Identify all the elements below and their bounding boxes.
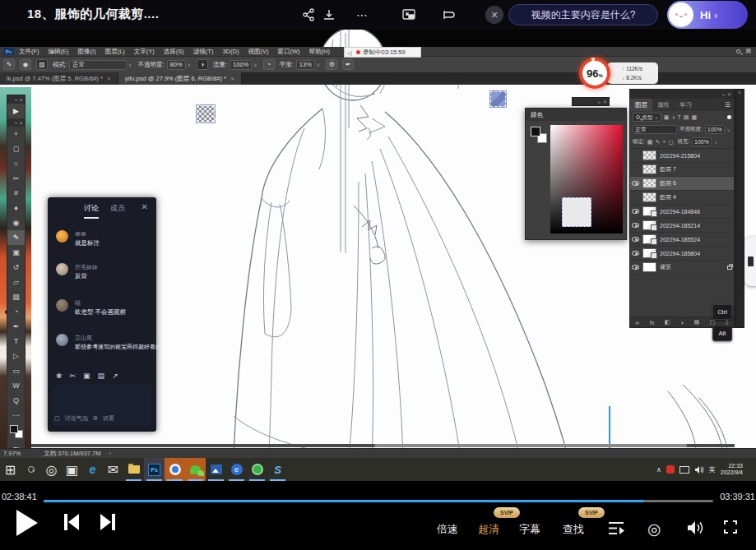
menu-type[interactable]: 文字(Y) xyxy=(134,48,155,56)
close-icon[interactable]: ✕ xyxy=(603,99,607,104)
side-panel-icon[interactable] xyxy=(438,6,458,24)
menu-image[interactable]: 图像(I) xyxy=(78,48,96,56)
opacity-value[interactable]: 80% xyxy=(167,60,186,70)
menu-filter[interactable]: 滤镜(T) xyxy=(193,48,214,56)
flow-value[interactable]: 100% xyxy=(230,60,252,70)
gradient-tool[interactable]: ▨ xyxy=(7,289,25,304)
crop-tool[interactable]: # xyxy=(7,186,25,201)
zoom-tool[interactable]: Q xyxy=(7,393,25,408)
tray-clock[interactable]: 22:33 2022/9/4 xyxy=(721,463,743,476)
quality-button[interactable]: 超清 xyxy=(478,522,499,537)
assistant-question-pill[interactable]: 视频的主要内容是什么? xyxy=(508,4,658,25)
previous-button[interactable] xyxy=(63,512,81,532)
close-icon[interactable]: ✕ xyxy=(19,97,23,103)
photoshop-taskbar-icon[interactable]: Ps xyxy=(144,458,165,481)
blend-mode-select[interactable]: 正常 xyxy=(69,60,127,70)
menu-window[interactable]: 窗口(W) xyxy=(277,48,299,56)
task-view-icon[interactable]: ▣ xyxy=(62,458,82,481)
speed-button[interactable]: 倍速 xyxy=(437,522,458,537)
edge-icon[interactable]: e xyxy=(82,458,103,481)
tab-layers[interactable]: 图层 xyxy=(630,99,652,111)
layer-opacity-value[interactable]: 100% xyxy=(705,125,725,134)
more-tools-icon[interactable]: ⋯ xyxy=(7,408,25,423)
visibility-eye-icon[interactable] xyxy=(632,223,639,228)
playlist-icon[interactable] xyxy=(608,521,624,538)
file-explorer-icon[interactable] xyxy=(123,458,144,481)
assistant-close-icon[interactable]: ✕ xyxy=(485,6,503,24)
quick-select-tool[interactable]: ✂ xyxy=(7,171,25,186)
pressure-opacity-icon[interactable]: ◑ xyxy=(197,59,208,70)
layer-filter-select[interactable]: 类型∨ xyxy=(633,113,661,122)
emoji-icon[interactable]: ❀ xyxy=(56,372,63,380)
visibility-eye-icon[interactable] xyxy=(632,237,639,242)
lock-all-icon[interactable]: ◻ xyxy=(668,139,673,146)
menu-select[interactable]: 选择(S) xyxy=(164,48,184,56)
layer-row-4[interactable]: 202294-184846 xyxy=(630,205,734,219)
record-icon[interactable]: ◎ xyxy=(647,520,661,538)
menu-file[interactable]: 文件(F) xyxy=(19,48,39,56)
mail-icon[interactable]: ✉ xyxy=(103,458,123,481)
tray-volume-icon[interactable] xyxy=(694,465,704,474)
s-app-icon[interactable]: S xyxy=(267,458,288,481)
clone-stamp-tool[interactable]: ▣ xyxy=(7,245,25,260)
gear-icon[interactable]: ⚙ xyxy=(326,59,337,70)
volume-icon[interactable] xyxy=(686,520,704,538)
browser-ring-app-icon[interactable] xyxy=(165,458,185,481)
green-app-icon[interactable] xyxy=(247,458,267,481)
taskbar-search-icon[interactable] xyxy=(21,458,41,481)
layer-mask-icon[interactable]: ◧ xyxy=(665,319,670,326)
layer-row-2[interactable]: 图层 6 xyxy=(630,177,734,191)
layer-row-7[interactable]: 202294-185804 xyxy=(630,247,734,261)
share-out-icon[interactable]: ↗ xyxy=(112,372,118,380)
canvas-hscrollbar[interactable] xyxy=(31,444,735,447)
start-button[interactable]: ⊞ xyxy=(0,458,21,481)
ime-indicator[interactable]: 英 xyxy=(709,465,716,474)
blur-tool[interactable]: ◔ xyxy=(7,304,25,319)
menu-layer[interactable]: 图层(L) xyxy=(105,48,125,56)
lock-pixels-icon[interactable]: ✎ xyxy=(655,139,660,146)
brush-angle-icon[interactable]: ✒ xyxy=(342,59,354,70)
ps-search-icon[interactable] xyxy=(736,49,740,53)
net-speed-widget[interactable]: ↑112K/s ↓8.2K/s 96% xyxy=(579,58,658,89)
tab-lk-psd[interactable]: lk.psd @ 7.47% (图层 5, RGB/8#) * ✕ xyxy=(0,72,118,85)
assistant-hi-button[interactable]: Hi › xyxy=(667,1,748,29)
layer-row-1[interactable]: 图层 7 xyxy=(630,163,734,177)
layer-thumbnail[interactable] xyxy=(642,164,656,174)
panel-menu-icon[interactable]: ☰ xyxy=(725,99,734,111)
download-icon[interactable] xyxy=(319,6,339,24)
collapse-icon[interactable]: » xyxy=(15,97,17,102)
hand-tool[interactable]: W xyxy=(7,378,25,393)
panel-dock-rail[interactable]: » xyxy=(735,89,744,328)
visibility-eye-icon[interactable] xyxy=(632,209,639,214)
layer-thumbnail[interactable] xyxy=(642,248,656,258)
status-arrow-icon[interactable]: › xyxy=(109,450,111,457)
close-icon[interactable]: ✕ xyxy=(727,91,731,97)
layer-thumbnail[interactable] xyxy=(642,234,656,244)
tab-members[interactable]: 成员 xyxy=(110,203,125,214)
fullscreen-icon[interactable] xyxy=(724,520,737,534)
layer-row-8[interactable]: 背景 xyxy=(630,261,734,275)
tab-close-icon[interactable]: ✕ xyxy=(107,76,111,81)
subtitle-button[interactable]: 字幕 xyxy=(519,522,540,537)
fabric-swatch-selection[interactable] xyxy=(489,90,507,108)
airbrush-icon[interactable]: ◔ xyxy=(263,59,275,70)
path-select-tool[interactable]: ▷ xyxy=(7,349,25,363)
tray-expand-icon[interactable]: ∧ xyxy=(656,466,661,474)
layer-group-icon[interactable]: ▤ xyxy=(694,319,700,326)
bubble-toggle-label[interactable]: 讨论气泡 xyxy=(65,414,88,423)
menu-3d[interactable]: 3D(D) xyxy=(222,48,239,55)
image-icon[interactable]: ▣ xyxy=(83,372,90,380)
collapse-icon[interactable]: » xyxy=(15,120,17,125)
lasso-tool[interactable]: ○ xyxy=(7,156,25,171)
layer-fill-value[interactable]: 100% xyxy=(692,137,712,146)
settings-label[interactable]: 设置 xyxy=(103,414,114,423)
screenshot-icon[interactable]: ✂ xyxy=(70,372,77,380)
actions-play-icon[interactable]: ▶ xyxy=(7,104,25,118)
brush-panel-toggle-icon[interactable]: ▨ xyxy=(36,59,48,70)
workspace-icon[interactable]: ▤ xyxy=(745,48,751,54)
layer-row-0[interactable]: 202294-215804 xyxy=(630,149,734,163)
foreground-color[interactable] xyxy=(531,127,540,136)
lock-transparent-icon[interactable]: ▦ xyxy=(647,139,653,146)
photos-app-icon[interactable] xyxy=(206,458,226,481)
picture-in-picture-icon[interactable] xyxy=(400,6,420,24)
